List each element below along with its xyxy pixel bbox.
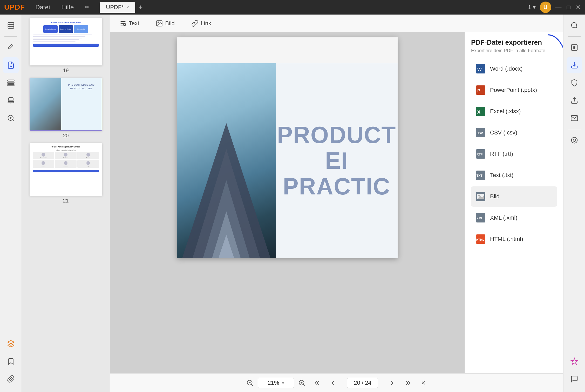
zoom-in-button[interactable] xyxy=(294,375,310,391)
bild-export-icon xyxy=(475,191,486,202)
thumbnail-19[interactable]: Account Authorization Options Enterprise… xyxy=(25,18,107,73)
prev-page-icon xyxy=(329,379,337,387)
export-item-excel[interactable]: X Excel (.xlsx) xyxy=(471,101,557,121)
mail-icon xyxy=(570,114,578,122)
sidebar-item-pages[interactable] xyxy=(3,18,19,33)
sidebar-item-edit[interactable] xyxy=(3,40,19,55)
svg-text:P: P xyxy=(477,88,480,93)
right-sidebar-ocr[interactable] xyxy=(567,40,582,55)
zoom-dropdown-arrow[interactable]: ▾ xyxy=(282,380,284,386)
export-panel-subtitle: Exportiere dein PDF in alle Formate xyxy=(471,48,557,53)
export-item-html-label: HTML (.html) xyxy=(490,236,523,242)
slide-right-text: PRODUCT EI PRACTIC xyxy=(276,63,398,258)
sidebar-item-layers[interactable] xyxy=(3,336,19,352)
toolbar-link-button[interactable]: Link xyxy=(188,18,214,29)
export-item-xml-label: XML (.xml) xyxy=(490,214,518,221)
menu-hilfe[interactable]: Hilfe xyxy=(58,3,77,12)
text-icon xyxy=(119,20,127,27)
menu-datei[interactable]: Datei xyxy=(32,3,53,12)
right-sidebar xyxy=(563,15,585,392)
edit-mode-icon[interactable]: ✏ xyxy=(85,4,89,11)
page-total-value: 24 xyxy=(365,380,371,386)
comment-icon xyxy=(570,375,578,383)
xml-icon: XML xyxy=(475,213,486,223)
right-sidebar-search[interactable] xyxy=(567,18,582,33)
right-separator-1 xyxy=(568,36,581,37)
svg-text:XML: XML xyxy=(477,217,483,220)
tab-close-button[interactable]: × xyxy=(126,5,129,10)
minimize-button[interactable]: — xyxy=(555,4,562,11)
slide-building-image xyxy=(177,63,276,258)
svg-line-43 xyxy=(251,384,253,386)
right-sidebar-upload[interactable] xyxy=(567,93,582,108)
svg-text:RTF: RTF xyxy=(477,153,482,156)
user-avatar[interactable]: U xyxy=(540,2,551,13)
link-label: Link xyxy=(201,20,211,27)
export-item-csv[interactable]: CSV CSV (.csv) xyxy=(471,123,557,143)
sidebar-item-attachment[interactable] xyxy=(3,371,19,387)
close-bottom-button[interactable]: × xyxy=(416,375,431,391)
bild-icon xyxy=(156,20,163,27)
center-right-area: Text Bild Link xyxy=(110,15,563,392)
export-item-rtf[interactable]: RTF RTF (.rtf) xyxy=(471,144,557,164)
export-item-html[interactable]: HTML HTML (.html) xyxy=(471,229,557,249)
thumb-21-grid: Manufacturing Healthcare Finance Banking… xyxy=(33,152,99,168)
last-page-button[interactable] xyxy=(400,375,416,391)
first-page-icon xyxy=(314,379,321,387)
first-page-button[interactable] xyxy=(310,375,325,391)
close-button[interactable]: ✕ xyxy=(576,4,581,11)
sidebar-item-export[interactable] xyxy=(3,57,19,73)
thumb-19-box-1: Enterprise License xyxy=(43,25,58,33)
prev-page-button[interactable] xyxy=(325,375,341,391)
content-area: PRODUCT EI PRACTIC xyxy=(110,32,465,373)
txt-icon: TXT xyxy=(475,170,486,180)
export-item-powerpoint[interactable]: P PowerPoint (.pptx) xyxy=(471,80,557,100)
security-icon xyxy=(570,79,578,87)
tab-updf[interactable]: UPDF* × xyxy=(100,2,135,13)
page-current-display[interactable]: 20 / 24 xyxy=(347,378,378,388)
thumbnail-21[interactable]: UPDF: Powering Industry Offices Industry… xyxy=(25,143,107,204)
export-item-bild[interactable]: Bild xyxy=(471,186,557,207)
new-tab-button[interactable]: + xyxy=(136,2,145,12)
right-sidebar-mail[interactable] xyxy=(567,110,582,126)
page-nav[interactable]: 1 ▾ xyxy=(528,4,535,11)
right-sidebar-comment[interactable] xyxy=(567,371,582,387)
right-sidebar-security[interactable] xyxy=(567,75,582,91)
next-page-button[interactable] xyxy=(384,375,400,391)
zoom-out-button[interactable] xyxy=(242,375,258,391)
toolbar-text-button[interactable]: Text xyxy=(116,18,142,29)
thumb-19-page-num: 19 xyxy=(63,67,69,73)
right-sidebar-save[interactable] xyxy=(567,132,582,148)
maximize-button[interactable]: □ xyxy=(567,4,571,11)
page-input-area: 20 / 24 xyxy=(341,378,384,388)
window-controls: — □ ✕ xyxy=(555,4,581,11)
export-item-text-label: Text (.txt) xyxy=(490,172,513,179)
export-item-xml[interactable]: XML XML (.xml) xyxy=(471,208,557,228)
zoom-in-icon xyxy=(298,379,305,387)
toolbar-bild-button[interactable]: Bild xyxy=(153,18,178,29)
right-sidebar-bottom xyxy=(567,354,582,389)
sidebar-item-recognize[interactable] xyxy=(3,110,19,126)
thumb-20-image xyxy=(30,78,61,130)
slide-title-line2: PRACTIC xyxy=(276,174,398,199)
svg-point-20 xyxy=(158,22,159,23)
rtf-file-icon: RTF xyxy=(476,149,485,159)
svg-rect-11 xyxy=(8,102,14,103)
thumbnail-20[interactable]: PRODUCT EDGE AND PRACTICAL USES 20 xyxy=(25,78,107,139)
word-file-icon: W xyxy=(476,64,485,73)
sidebar-item-stamp[interactable] xyxy=(3,93,19,108)
sidebar-item-organize[interactable] xyxy=(3,75,19,91)
zoom-out-icon xyxy=(246,379,254,387)
html-file-icon: HTML xyxy=(476,234,485,244)
excel-icon: X xyxy=(475,106,486,117)
export-item-word[interactable]: W Word (.docx) xyxy=(471,59,557,79)
export-item-text[interactable]: TXT Text (.txt) xyxy=(471,165,557,185)
export-item-excel-label: Excel (.xlsx) xyxy=(490,108,521,115)
sidebar-item-bookmark[interactable] xyxy=(3,354,19,369)
building-art xyxy=(182,102,270,258)
svg-text:X: X xyxy=(477,110,480,115)
svg-rect-9 xyxy=(8,84,14,86)
right-sidebar-export[interactable] xyxy=(567,57,582,73)
right-sidebar-magic[interactable] xyxy=(567,354,582,369)
export-item-ppt-label: PowerPoint (.pptx) xyxy=(490,87,537,93)
